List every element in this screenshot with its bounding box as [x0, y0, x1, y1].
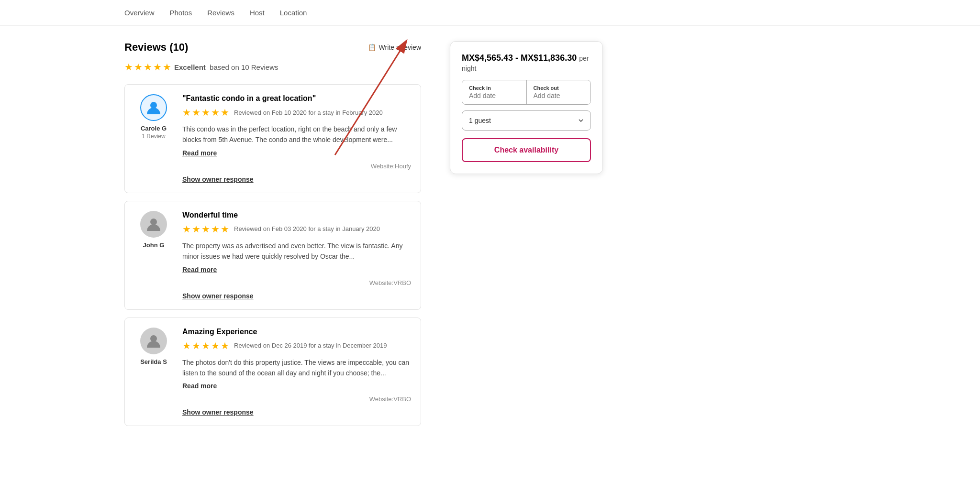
review-title: Wonderful time	[182, 211, 411, 219]
read-more-link[interactable]: Read more	[182, 382, 411, 390]
check-in-label: Check in	[469, 85, 520, 91]
review-card: Serilda S Amazing Experience ★★★★★ Revie…	[124, 318, 421, 427]
star: ★	[221, 223, 229, 235]
check-out-input[interactable]	[534, 92, 584, 99]
guest-select[interactable]: 1 guest 2 guests 3 guests 4 guests	[462, 110, 591, 131]
avatar	[140, 328, 167, 354]
reviewer-name: Serilda S	[140, 358, 167, 365]
star-5: ★	[163, 61, 171, 73]
star-1: ★	[124, 61, 133, 73]
review-meta-row: ★★★★★ Reviewed on Dec 26 2019 for a stay…	[182, 340, 411, 351]
star: ★	[211, 107, 220, 118]
reviewer-info: Serilda S	[134, 328, 173, 416]
review-meta-row: ★★★★★ Reviewed on Feb 03 2020 for a stay…	[182, 223, 411, 235]
reviews-section: Reviews (10) 📋 Write a review ★ ★ ★ ★ ★ …	[124, 41, 421, 434]
star: ★	[221, 340, 229, 351]
star: ★	[201, 223, 210, 235]
review-stars: ★★★★★	[182, 223, 229, 235]
write-review-label: Write a review	[379, 44, 421, 51]
overall-stars: ★ ★ ★ ★ ★	[124, 61, 171, 73]
svg-point-2	[150, 102, 157, 109]
review-body: This condo was in the perfect location, …	[182, 124, 411, 145]
nav-item-reviews[interactable]: Reviews	[207, 9, 234, 17]
reviews-list: Carole G 1 Review "Fantastic condo in a …	[124, 84, 421, 426]
reviews-header: Reviews (10) 📋 Write a review	[124, 41, 421, 54]
review-title: "Fantastic condo in a great location"	[182, 94, 411, 103]
review-content: Amazing Experience ★★★★★ Reviewed on Dec…	[182, 328, 411, 416]
star-4: ★	[153, 61, 162, 73]
review-stars: ★★★★★	[182, 340, 229, 351]
nav-item-host[interactable]: Host	[250, 9, 265, 17]
star-2: ★	[134, 61, 143, 73]
price-range: MX$4,565.43 - MX$11,836.30 per night	[462, 53, 591, 73]
read-more-link[interactable]: Read more	[182, 266, 411, 274]
review-stars: ★★★★★	[182, 107, 229, 118]
date-row: Check in Check out	[462, 80, 591, 105]
avatar	[140, 94, 167, 121]
avatar	[140, 211, 167, 238]
check-in-input[interactable]	[469, 92, 520, 99]
star: ★	[201, 340, 210, 351]
overall-rating-row: ★ ★ ★ ★ ★ Excellent based on 10 Reviews	[124, 61, 421, 73]
check-availability-button[interactable]: Check availability	[462, 138, 591, 162]
avatar-icon	[145, 332, 162, 350]
star: ★	[211, 223, 220, 235]
check-out-label: Check out	[534, 85, 584, 91]
date-fields: Check in Check out	[462, 80, 591, 105]
star: ★	[182, 340, 191, 351]
show-owner-response-link[interactable]: Show owner response	[182, 292, 411, 300]
star: ★	[201, 107, 210, 118]
star: ★	[182, 223, 191, 235]
reviews-title: Reviews (10)	[124, 41, 188, 54]
review-meta-text: Reviewed on Feb 10 2020 for a stay in Fe…	[234, 109, 383, 116]
svg-point-3	[150, 219, 157, 225]
website-source: Website:VRBO	[182, 395, 411, 403]
svg-point-4	[150, 335, 157, 342]
review-content: Wonderful time ★★★★★ Reviewed on Feb 03 …	[182, 211, 411, 300]
show-owner-response-link[interactable]: Show owner response	[182, 175, 411, 183]
reviewer-name: Carole G	[141, 125, 167, 132]
booking-widget: MX$4,565.43 - MX$11,836.30 per night Che…	[450, 41, 603, 174]
star: ★	[211, 340, 220, 351]
website-source: Website:Houfy	[182, 163, 411, 170]
review-body: The photos don't do this property justic…	[182, 357, 411, 379]
star: ★	[221, 107, 229, 118]
review-meta-row: ★★★★★ Reviewed on Feb 10 2020 for a stay…	[182, 107, 411, 118]
review-body: The property was as advertised and even …	[182, 241, 411, 262]
review-meta-text: Reviewed on Dec 26 2019 for a stay in De…	[234, 342, 387, 349]
review-content: "Fantastic condo in a great location" ★★…	[182, 94, 411, 183]
check-in-field: Check in	[462, 80, 527, 104]
star-3: ★	[144, 61, 152, 73]
reviewer-info: John G	[134, 211, 173, 300]
website-source: Website:VRBO	[182, 279, 411, 286]
check-availability-label: Check availability	[494, 146, 558, 154]
reviewer-info: Carole G 1 Review	[134, 94, 173, 183]
nav-item-overview[interactable]: Overview	[124, 9, 155, 17]
review-meta-text: Reviewed on Feb 03 2020 for a stay in Ja…	[234, 225, 380, 232]
show-owner-response-link[interactable]: Show owner response	[182, 408, 411, 416]
review-card: Carole G 1 Review "Fantastic condo in a …	[124, 84, 421, 193]
write-review-icon: 📋	[368, 44, 376, 51]
star: ★	[192, 107, 200, 118]
star: ★	[192, 223, 200, 235]
nav-bar: OverviewPhotosReviewsHostLocation	[0, 0, 980, 26]
review-title: Amazing Experience	[182, 328, 411, 336]
rating-label: Excellent based on 10 Reviews	[174, 63, 278, 71]
avatar-icon	[145, 99, 162, 116]
nav-item-photos[interactable]: Photos	[170, 9, 192, 17]
avatar-icon	[145, 216, 162, 233]
nav-item-location[interactable]: Location	[280, 9, 307, 17]
review-card: John G Wonderful time ★★★★★ Reviewed on …	[124, 201, 421, 310]
reviewer-name: John G	[143, 241, 165, 249]
read-more-link[interactable]: Read more	[182, 149, 411, 157]
star: ★	[182, 107, 191, 118]
check-out-field: Check out	[527, 80, 591, 104]
reviewer-count: 1 Review	[142, 133, 165, 140]
write-review-button[interactable]: 📋 Write a review	[368, 44, 421, 51]
star: ★	[192, 340, 200, 351]
